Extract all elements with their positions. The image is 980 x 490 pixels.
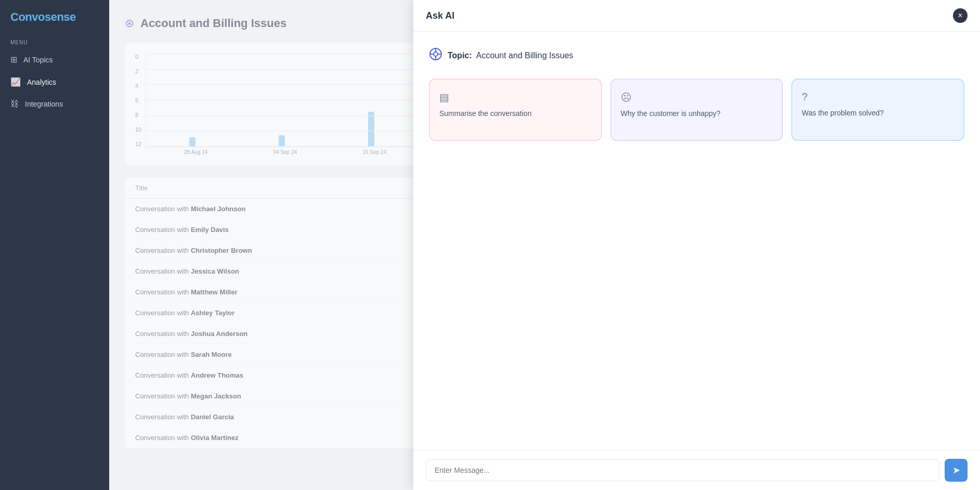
page-icon: ⊛: [125, 17, 134, 30]
menu-label: MENU: [0, 34, 109, 48]
chat-input[interactable]: [426, 459, 939, 481]
close-button[interactable]: ×: [953, 8, 968, 23]
ai-topics-icon: ⊞: [10, 55, 17, 65]
suggestion-card-summarise[interactable]: ▤ Summarise the conversation: [429, 79, 602, 141]
solved-icon: ?: [802, 91, 954, 103]
topic-row: Topic: Account and Billing Issues: [429, 47, 964, 64]
topic-icon: [429, 47, 442, 64]
app-logo: Convosense: [0, 0, 109, 34]
sidebar-item-integrations[interactable]: ⛓ Integrations: [0, 93, 109, 115]
unhappy-icon: ☹: [621, 91, 773, 104]
chart-yaxis: 12 10 8 6 4 2 0: [135, 54, 146, 147]
bar-group: [148, 54, 237, 147]
ask-ai-panel: Ask AI × Topic: Account and Billing Issu…: [413, 0, 980, 490]
panel-footer: ➤: [413, 450, 980, 490]
card-text-solved: Was the problem solved?: [802, 108, 954, 119]
card-text-unhappy: Why the customer is unhappy?: [621, 109, 773, 119]
panel-header: Ask AI ×: [413, 0, 980, 32]
svg-point-1: [434, 52, 438, 56]
suggestion-card-solved[interactable]: ? Was the problem solved?: [791, 79, 964, 141]
bar-group: [238, 54, 326, 147]
integrations-icon: ⛓: [10, 99, 19, 109]
bar-group: [327, 54, 415, 147]
card-text-summarise: Summarise the conversation: [439, 109, 592, 119]
page-title: Account and Billing Issues: [140, 17, 286, 30]
analytics-icon: 📈: [10, 77, 21, 87]
sidebar-item-label: Integrations: [25, 100, 63, 108]
send-icon: ➤: [952, 465, 960, 476]
suggestion-card-unhappy[interactable]: ☹ Why the customer is unhappy?: [610, 79, 783, 141]
topic-label: Topic: Account and Billing Issues: [448, 51, 573, 60]
sidebar-item-label: AI Topics: [23, 56, 53, 64]
panel-title: Ask AI: [426, 10, 454, 21]
panel-body: Topic: Account and Billing Issues ▤ Summ…: [413, 32, 980, 450]
sidebar-item-label: Analytics: [27, 78, 56, 86]
sidebar-item-analytics[interactable]: 📈 Analytics: [0, 71, 109, 93]
suggestion-cards: ▤ Summarise the conversation ☹ Why the c…: [429, 79, 964, 141]
send-button[interactable]: ➤: [945, 459, 968, 482]
sidebar: Convosense MENU ⊞ AI Topics 📈 Analytics …: [0, 0, 109, 490]
sidebar-item-ai-topics[interactable]: ⊞ AI Topics: [0, 48, 109, 71]
summarise-icon: ▤: [439, 91, 592, 104]
topic-name: Account and Billing Issues: [476, 51, 573, 60]
